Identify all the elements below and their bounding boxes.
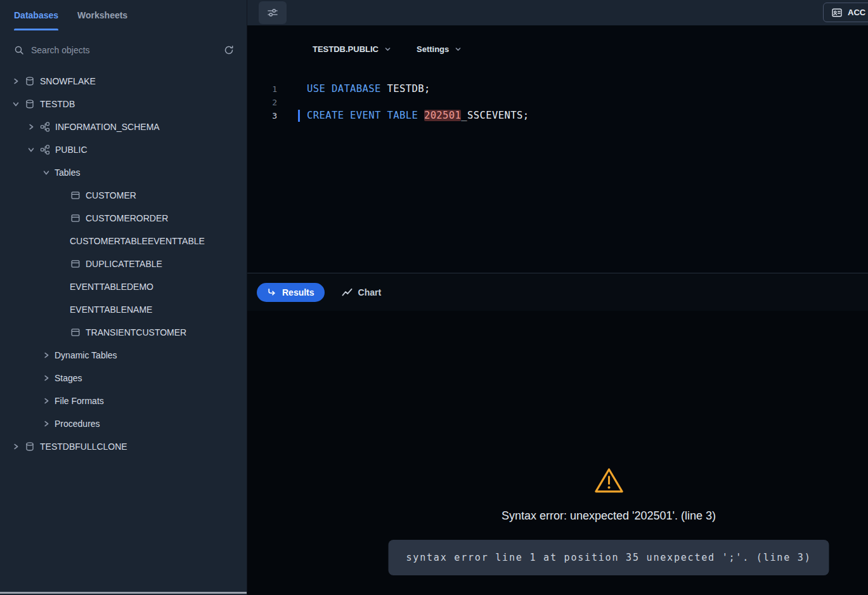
tree-item-testdbfullclone[interactable]: TESTDBFULLCLONE: [0, 435, 247, 458]
code-text: [277, 96, 307, 109]
tree-item-customertableeventtable[interactable]: CUSTOMERTABLEEVENTTABLE: [0, 230, 247, 252]
tree-item-label: EVENTTABLEDEMO: [70, 282, 153, 292]
chevron-down-icon: [384, 46, 391, 53]
code-line[interactable]: 2: [247, 96, 868, 109]
tree-item-label: SNOWFLAKE: [40, 76, 96, 86]
worksheet-filter-button[interactable]: [259, 1, 287, 24]
syntax-error-message: Syntax error: unexpected '202501'. (line…: [388, 466, 829, 575]
tree-item-public[interactable]: PUBLIC: [0, 138, 247, 161]
line-number: 2: [247, 96, 277, 109]
tree-item-label: CUSTOMER: [86, 190, 136, 200]
tree-item-eventtabledemo[interactable]: EVENTTABLEDEMO: [0, 275, 247, 298]
editor-header: TESTDB.PUBLIC Settings: [313, 44, 462, 54]
chevron-right-icon: [41, 374, 52, 382]
code-segment: TESTDB;: [387, 83, 431, 95]
tab-chart-label: Chart: [358, 287, 382, 298]
tab-databases-label: Databases: [14, 10, 58, 20]
tree-item-label: INFORMATION_SCHEMA: [55, 122, 160, 132]
search-input[interactable]: [31, 45, 217, 55]
chevron-down-icon: [41, 169, 52, 176]
error-title: Syntax error: unexpected '202501'. (line…: [502, 509, 716, 523]
main-topbar: ACC: [247, 0, 868, 25]
sidebar: Databases Worksheets SNOWFLAKE TESTDB IN…: [0, 0, 247, 595]
tree-item-snowflake[interactable]: SNOWFLAKE: [0, 70, 247, 93]
database-icon: [24, 76, 36, 86]
account-role-label: ACC: [848, 8, 865, 17]
code-segment: CREATE EVENT TABLE: [307, 110, 424, 121]
database-context-label: TESTDB.PUBLIC: [313, 44, 379, 54]
search-icon: [14, 45, 24, 55]
tree-item-label: Procedures: [55, 419, 100, 429]
tree-item-label: File Formats: [55, 396, 104, 406]
warning-triangle-icon: [593, 466, 624, 494]
sidebar-tabs: Databases Worksheets: [0, 0, 247, 30]
code-segment: _SSCEVENTS;: [461, 110, 529, 121]
tree-item-label: CUSTOMERORDER: [86, 213, 168, 223]
tree-item-testdb[interactable]: TESTDB: [0, 93, 247, 115]
tree-item-stages[interactable]: Stages: [0, 367, 247, 389]
tree-item-information-schema[interactable]: INFORMATION_SCHEMA: [0, 115, 247, 138]
code-editor-lines[interactable]: 1 USE DATABASE TESTDB; 2 3 CREATE EVENT …: [247, 82, 868, 122]
chevron-right-icon: [41, 351, 52, 359]
tree-item-tables[interactable]: Tables: [0, 161, 247, 184]
chevron-right-icon: [10, 443, 22, 450]
tree-item-label: EVENTTABLENAME: [70, 304, 152, 315]
chevron-down-icon: [10, 100, 22, 108]
tree-item-duplicatetable[interactable]: DUPLICATETABLE: [0, 252, 247, 275]
code-line[interactable]: 1 USE DATABASE TESTDB;: [247, 82, 868, 96]
tab-worksheets-label: Worksheets: [77, 10, 127, 20]
settings-label: Settings: [417, 44, 449, 54]
tree-item-procedures[interactable]: Procedures: [0, 412, 247, 435]
results-panel: Syntax error: unexpected '202501'. (line…: [247, 311, 868, 595]
error-detail-code: syntax error line 1 at position 35 unexp…: [388, 540, 829, 575]
line-number: 1: [247, 82, 277, 96]
object-tree: SNOWFLAKE TESTDB INFORMATION_SCHEMA PUBL…: [0, 70, 247, 458]
sidebar-horizontal-scrollbar[interactable]: [0, 592, 247, 594]
chevron-right-icon: [10, 77, 22, 85]
code-text: USE DATABASE TESTDB;: [277, 82, 431, 96]
chevron-down-icon: [455, 46, 462, 53]
tree-item-file-formats[interactable]: File Formats: [0, 389, 247, 412]
database-icon: [24, 99, 36, 109]
tree-item-label: TESTDBFULLCLONE: [40, 441, 127, 452]
database-context-selector[interactable]: TESTDB.PUBLIC: [313, 44, 391, 54]
tree-item-label: Tables: [55, 167, 80, 178]
sql-editor: TESTDB.PUBLIC Settings 1 USE DATABASE TE…: [247, 25, 868, 273]
tab-results[interactable]: Results: [257, 283, 325, 302]
tree-item-label: CUSTOMERTABLEEVENTTABLE: [70, 236, 205, 246]
sliders-icon: [266, 6, 279, 19]
tree-item-label: TESTDB: [40, 99, 75, 109]
results-tabbar: Results Chart: [247, 273, 868, 311]
tree-item-dynamic-tables[interactable]: Dynamic Tables: [0, 344, 247, 367]
database-icon: [24, 441, 36, 452]
schema-icon: [39, 122, 51, 132]
arrow-branch-icon: [267, 287, 276, 297]
chevron-down-icon: [25, 146, 37, 154]
settings-dropdown[interactable]: Settings: [417, 44, 462, 54]
tree-item-label: DUPLICATETABLE: [86, 259, 162, 269]
tab-results-label: Results: [282, 287, 314, 298]
tree-item-label: Stages: [55, 373, 82, 383]
chevron-right-icon: [41, 420, 52, 428]
tree-item-label: PUBLIC: [55, 145, 87, 155]
table-icon: [70, 327, 81, 337]
tree-item-customer[interactable]: CUSTOMER: [0, 184, 247, 207]
chevron-right-icon: [25, 123, 37, 131]
tree-item-eventtablename[interactable]: EVENTTABLENAME: [0, 298, 247, 321]
refresh-icon[interactable]: [224, 45, 234, 55]
schema-icon: [39, 145, 51, 155]
search-row: [14, 39, 234, 61]
tree-item-customerorder[interactable]: CUSTOMERORDER: [0, 207, 247, 230]
tab-worksheets[interactable]: Worksheets: [77, 0, 127, 30]
tab-databases[interactable]: Databases: [14, 0, 58, 30]
tree-item-label: TRANSIENTCUSTOMER: [86, 327, 186, 337]
id-badge-icon: [831, 7, 843, 18]
error-token: 202501: [424, 110, 461, 121]
code-line[interactable]: 3 CREATE EVENT TABLE 202501_SSCEVENTS;: [247, 109, 868, 122]
tree-item-transientcustomer[interactable]: TRANSIENTCUSTOMER: [0, 321, 247, 344]
account-role-button[interactable]: ACC: [823, 3, 868, 22]
line-chart-icon: [342, 287, 353, 297]
tree-item-label: Dynamic Tables: [55, 350, 117, 360]
table-icon: [70, 190, 81, 200]
tab-chart[interactable]: Chart: [342, 287, 382, 298]
